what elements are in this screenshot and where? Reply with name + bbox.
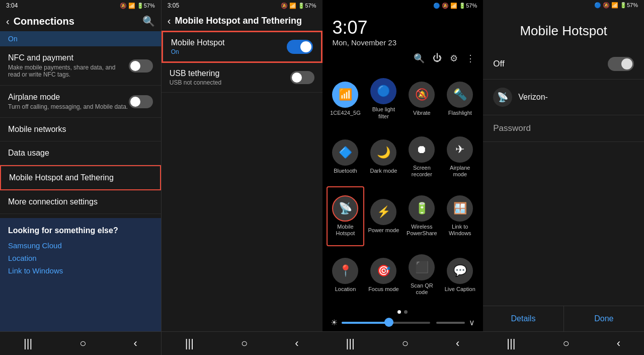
back-icon-1[interactable]: ‹ — [6, 16, 10, 27]
p2-usb-title: USB tethering — [170, 69, 221, 78]
tile-wifi[interactable]: 📶 1CE424_5G — [327, 70, 365, 128]
quick-controls: 🔍 ⏻ ⚙ ⋮ — [323, 51, 484, 66]
status-time-2: 3:05 — [168, 2, 179, 9]
flashlight-icon: 🔦 — [447, 82, 473, 108]
list-item-data-usage[interactable]: Data usage — [0, 141, 161, 165]
list-item-more-settings[interactable]: More connection settings — [0, 190, 161, 214]
tile-scan-qr[interactable]: ⬛ Scan QR code — [403, 246, 441, 304]
done-button[interactable]: Done — [564, 306, 644, 331]
blue-light-label: Blue light filter — [366, 106, 400, 119]
status-icons-3: 🔵 🔕 📶 🔋57% — [433, 3, 477, 9]
brightness-row: ☀ ∨ — [323, 316, 484, 331]
tile-dark-mode[interactable]: 🌙 Dark mode — [364, 128, 403, 186]
status-time-1: 3:04 — [6, 2, 18, 9]
nfc-toggle[interactable] — [129, 59, 153, 73]
list-item-nfc[interactable]: NFC and payment Make mobile payments, sh… — [0, 46, 161, 86]
nav-bar-3: ||| ○ ‹ — [323, 331, 484, 355]
screen-recorder-label: Screen recorder — [405, 165, 439, 178]
nav-recent-1[interactable]: ||| — [24, 337, 32, 350]
tile-power-mode[interactable]: ⚡ Power mode — [364, 186, 403, 246]
focus-mode-icon: 🎯 — [370, 258, 396, 284]
nav-home-1[interactable]: ○ — [79, 337, 86, 350]
scan-qr-icon: ⬛ — [409, 254, 435, 280]
looking-section: Looking for something else? Samsung Clou… — [0, 218, 161, 331]
location-label: Location — [335, 286, 356, 293]
nav-recent-4[interactable]: ||| — [507, 337, 515, 350]
nav-home-2[interactable]: ○ — [241, 337, 248, 350]
vibrate-icon: 🔕 — [409, 82, 435, 108]
p2-hotspot-title: Mobile Hotspot — [171, 38, 225, 47]
status-bar-1: 3:04 🔕 📶 🔋57% — [0, 0, 161, 11]
list-item-hotspot[interactable]: Mobile Hotspot and Tethering — [0, 165, 161, 190]
password-row[interactable]: Password — [483, 115, 644, 142]
live-caption-label: Live Caption — [445, 286, 475, 293]
off-row[interactable]: Off — [483, 49, 644, 80]
panel-hotspot-tethering: 3:05 🔕 📶 🔋57% ‹ Mobile Hotspot and Tethe… — [161, 0, 323, 355]
p2-usb-item[interactable]: USB tethering USB not connected — [162, 63, 323, 93]
tile-wireless-power[interactable]: 🔋 Wireless PowerShare — [403, 186, 441, 246]
list-item-mobile-networks[interactable]: Mobile networks — [0, 118, 161, 141]
wireless-power-icon: 🔋 — [409, 195, 435, 222]
off-toggle[interactable] — [608, 57, 634, 71]
tile-airplane[interactable]: ✈ Airplane mode — [441, 128, 479, 186]
nav-recent-3[interactable]: ||| — [346, 337, 354, 350]
status-bar-2: 3:05 🔕 📶 🔋57% — [162, 0, 323, 11]
p2-hotspot-sub: On — [171, 48, 225, 55]
dark-mode-icon: 🌙 — [370, 139, 396, 166]
location-link[interactable]: Location — [8, 254, 153, 262]
live-caption-icon: 💬 — [447, 258, 473, 284]
samsung-cloud-link[interactable]: Samsung Cloud — [8, 241, 153, 250]
nav-back-1[interactable]: ‹ — [133, 337, 137, 350]
connections-header: ‹ Connections 🔍 — [0, 11, 161, 31]
search-icon-1[interactable]: 🔍 — [142, 15, 155, 27]
nav-back-4[interactable]: ‹ — [617, 337, 620, 350]
power-quick-icon[interactable]: ⏻ — [433, 53, 442, 64]
airplane-sub: Turn off calling, messaging, and Mobile … — [8, 103, 129, 110]
settings-quick-icon[interactable]: ⚙ — [450, 53, 458, 64]
link-to-windows-link[interactable]: Link to Windows — [8, 266, 153, 275]
usb-toggle[interactable] — [290, 71, 314, 84]
more-quick-icon[interactable]: ⋮ — [466, 53, 475, 64]
p2-hotspot-item[interactable]: Mobile Hotspot On — [162, 31, 323, 63]
tile-location[interactable]: 📍 Location — [327, 246, 365, 304]
details-button[interactable]: Details — [483, 306, 563, 331]
mobile-hotspot-label: Mobile Hotspot — [330, 224, 362, 237]
section-on: On — [0, 31, 161, 46]
sun-icon: ☀ — [331, 318, 338, 327]
status-icons-2: 🔕 📶 🔋57% — [281, 3, 316, 9]
location-icon: 📍 — [332, 258, 358, 284]
tile-vibrate[interactable]: 🔕 Vibrate — [403, 70, 441, 128]
expand-icon[interactable]: ∨ — [469, 318, 475, 327]
nav-bar-2: ||| ○ ‹ — [162, 331, 323, 355]
network-row[interactable]: 📡 Verizon- — [483, 80, 644, 115]
time-block: 3:07 Mon, November 23 — [323, 11, 484, 51]
airplane-toggle[interactable] — [129, 95, 153, 108]
nav-recent-2[interactable]: ||| — [185, 337, 194, 350]
back-icon-2[interactable]: ‹ — [168, 15, 171, 27]
dot-2 — [404, 310, 408, 314]
tile-flashlight[interactable]: 🔦 Flashlight — [441, 70, 479, 128]
tile-live-caption[interactable]: 💬 Live Caption — [441, 246, 479, 304]
tile-link-windows[interactable]: 🪟 Link to Windows — [441, 186, 479, 246]
list-item-airplane[interactable]: Airplane mode Turn off calling, messagin… — [0, 86, 161, 118]
brightness-extra — [436, 322, 465, 324]
search-quick-icon[interactable]: 🔍 — [414, 53, 425, 64]
screen-recorder-icon: ⏺ — [409, 136, 435, 163]
wifi-label: 1CE424_5G — [330, 110, 361, 116]
hotspot-toggle-blue[interactable] — [287, 40, 313, 54]
panel-mobile-hotspot-detail: 🔵 🔕 📶 🔋57% Mobile Hotspot Off 📡 Verizon-… — [483, 0, 644, 355]
clock-date: Mon, November 23 — [333, 38, 473, 47]
nav-back-2[interactable]: ‹ — [295, 337, 298, 350]
tile-focus-mode[interactable]: 🎯 Focus mode — [364, 246, 403, 304]
brightness-slider[interactable] — [342, 322, 430, 324]
panel-connections: 3:04 🔕 📶 🔋57% ‹ Connections 🔍 On NFC and… — [0, 0, 161, 355]
tile-blue-light[interactable]: 🔵 Blue light filter — [364, 70, 403, 128]
nav-home-4[interactable]: ○ — [562, 337, 569, 350]
brightness-fill — [342, 322, 390, 324]
tile-bluetooth[interactable]: 🔷 Bluetooth — [327, 128, 365, 186]
tile-screen-recorder[interactable]: ⏺ Screen recorder — [403, 128, 441, 186]
network-icon: 📡 — [493, 88, 512, 107]
tile-mobile-hotspot[interactable]: 📡 Mobile Hotspot — [327, 186, 365, 246]
nav-back-3[interactable]: ‹ — [456, 337, 459, 350]
nav-home-3[interactable]: ○ — [402, 337, 409, 350]
